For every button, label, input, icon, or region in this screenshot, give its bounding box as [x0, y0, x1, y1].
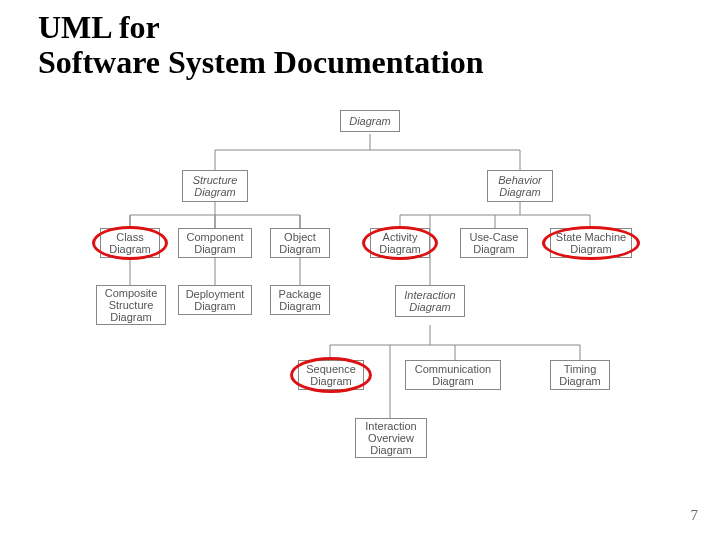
node-interaction-diagram: InteractionDiagram [395, 285, 465, 317]
slide-title: UML for Software System Documentation [38, 10, 484, 79]
node-state-machine-diagram: State MachineDiagram [550, 228, 632, 258]
node-class-diagram: ClassDiagram [100, 228, 160, 258]
page-number: 7 [691, 507, 699, 524]
node-component-diagram: ComponentDiagram [178, 228, 252, 258]
node-composite-structure-diagram: CompositeStructureDiagram [96, 285, 166, 325]
node-sequence-diagram: SequenceDiagram [298, 360, 364, 390]
uml-diagram-hierarchy: Diagram StructureDiagram BehaviorDiagram… [100, 110, 640, 510]
title-line-2: Software System Documentation [38, 44, 484, 80]
node-timing-diagram: TimingDiagram [550, 360, 610, 390]
node-structure-diagram: StructureDiagram [182, 170, 248, 202]
node-package-diagram: PackageDiagram [270, 285, 330, 315]
node-deployment-diagram: DeploymentDiagram [178, 285, 252, 315]
node-behavior-diagram: BehaviorDiagram [487, 170, 553, 202]
node-diagram: Diagram [340, 110, 400, 132]
node-object-diagram: ObjectDiagram [270, 228, 330, 258]
node-interaction-overview-diagram: InteractionOverviewDiagram [355, 418, 427, 458]
node-communication-diagram: CommunicationDiagram [405, 360, 501, 390]
node-usecase-diagram: Use-CaseDiagram [460, 228, 528, 258]
title-line-1: UML for [38, 9, 160, 45]
node-activity-diagram: ActivityDiagram [370, 228, 430, 258]
